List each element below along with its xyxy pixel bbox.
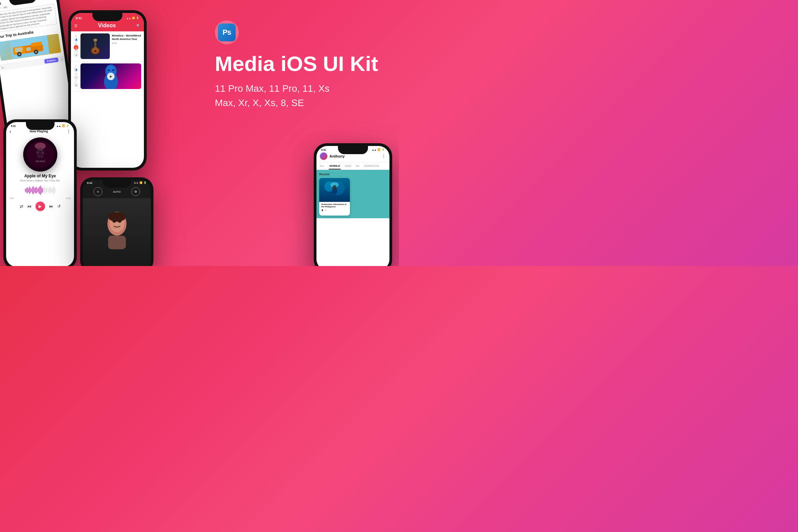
auto-label: AUTO	[113, 190, 121, 193]
phone-portfolio-notch	[338, 146, 368, 154]
time-display: 2:04 5:18	[6, 197, 74, 200]
dark-status-icons: ▲▲ 📶 🔋	[134, 181, 147, 184]
phone-dark-screen: 9:41 ▲▲ 📶 🔋 ∨ AUTO ⚙	[83, 180, 151, 266]
video-stats-2: 2 👤 44 ♡ 9 ↗	[74, 63, 78, 89]
artist-name: Rick Ross | Rather You Than Me	[6, 179, 74, 182]
videos-screen-title: Videos	[98, 23, 116, 29]
svg-point-22	[112, 69, 115, 71]
van-illustration	[10, 35, 50, 59]
next-icon[interactable]: ⏭	[49, 204, 53, 209]
portfolio-tabs: ALL MOBILE WEB 3D ANIMATION	[316, 162, 389, 170]
music-controls: ⇄ ⏮ ▶ ⏭ ↺	[6, 202, 74, 213]
search-icon[interactable]: 🔍	[136, 24, 141, 28]
edit-tag[interactable]: edit	[2, 5, 9, 9]
tab-3d[interactable]: 3D	[355, 162, 360, 169]
phone-videos-notch	[92, 13, 122, 21]
phone-music-notch	[26, 122, 55, 130]
repeat-icon[interactable]: ↺	[57, 204, 61, 209]
menu-icon[interactable]: ☰	[74, 24, 77, 28]
phone-portfolio: 9:41 ▲▲ 📶 🔋 Anthony ⋮ ALL MOBILE WEB 3D …	[314, 143, 392, 266]
share2-icon[interactable]: ↗	[74, 83, 78, 87]
recent-label: Recent	[319, 173, 387, 176]
svg-rect-8	[26, 47, 31, 51]
tab-web[interactable]: WEB	[344, 162, 352, 169]
user-name: Anthony	[329, 154, 345, 158]
phone-dark-notch	[103, 180, 131, 188]
fire-icon[interactable]: 🔥	[74, 45, 78, 50]
song-title: Apple of My Eye	[6, 174, 74, 178]
portfolio-card[interactable]: Underwater Adventures in the Philippines…	[319, 178, 350, 216]
svg-point-21	[107, 69, 110, 71]
publish-button[interactable]: Publish	[44, 57, 59, 64]
svg-point-32	[36, 148, 44, 158]
face-area	[83, 198, 151, 260]
shuffle-icon[interactable]: ⇄	[20, 204, 23, 209]
video-thumb-2[interactable]: ▶	[80, 63, 141, 89]
photoshop-icon: Ps	[218, 24, 236, 41]
phone-music-screen: 9:41 ▲▲ 📶 🔋 ‹ Now Playing ⋮ YOU THAN ME …	[6, 122, 74, 266]
face-svg	[100, 208, 134, 249]
phone-videos-screen: 9:41 ▲▲ 📶 🔋 ☰ Videos 🔍 81 👤 2K 🔥 638 ↗	[71, 13, 144, 168]
settings-icon: ⚙	[61, 58, 63, 60]
hero-subtitle-line1: 11 Pro Max, 11 Pro, 11, Xs Max, Xr, X, X…	[215, 82, 379, 110]
guitar-background	[80, 33, 110, 59]
tab-mobile[interactable]: MOBILE	[329, 162, 341, 169]
album-art: YOU THAN ME RICK ROSS	[23, 137, 57, 172]
like-icon-2[interactable]: 👤	[74, 68, 78, 72]
hero-title: Media iOS UI Kit	[215, 53, 379, 75]
portfolio-card-title: Underwater Adventures in the Philippines	[321, 203, 348, 208]
status-icons-videos: ▲▲ 📶 🔋	[126, 17, 139, 19]
back-icon[interactable]: ‹	[10, 129, 11, 134]
videos-header: ☰ Videos 🔍	[71, 20, 144, 31]
music-status-icons: ▲▲ 📶 🔋	[56, 124, 69, 127]
phone-dark-media: 9:41 ▲▲ 📶 🔋 ∨ AUTO ⚙	[80, 177, 153, 266]
svg-point-44	[332, 185, 337, 190]
portfolio-card-image	[319, 178, 350, 202]
phone-music: 9:41 ▲▲ 📶 🔋 ‹ Now Playing ⋮ YOU THAN ME …	[3, 119, 77, 266]
settings-icon[interactable]: ⚙	[131, 187, 140, 196]
video-stats-1: 81 👤 2K 🔥 638 ↗	[74, 33, 78, 59]
portfolio-status-icons: ▲▲ 📶 🔋	[372, 148, 385, 151]
portfolio-card-meta: 📱 ❤	[321, 209, 348, 211]
delete-tag[interactable]: delete	[0, 6, 2, 10]
like-icon[interactable]: 👤	[74, 38, 78, 42]
portfolio-user: Anthony	[320, 152, 345, 160]
album-art-svg: YOU THAN ME RICK ROSS	[23, 137, 57, 172]
portfolio-content: Recent	[316, 170, 389, 218]
video-item-1: 81 👤 2K 🔥 638 ↗	[71, 31, 144, 61]
video-item-2: 2 👤 44 ♡ 9 ↗ ▶	[71, 61, 144, 91]
play-pause-button[interactable]: ▶	[35, 202, 45, 211]
video-thumb-1[interactable]	[80, 33, 110, 59]
more-icon[interactable]: ⋮	[66, 129, 71, 134]
like2-icon[interactable]: ♡	[74, 75, 78, 80]
phone-videos: 9:41 ▲▲ 📶 🔋 ☰ Videos 🔍 81 👤 2K 🔥 638 ↗	[68, 10, 147, 171]
share-icon[interactable]: ↗	[74, 53, 78, 57]
svg-text:RICK ROSS: RICK ROSS	[35, 160, 45, 162]
portfolio-card-text: Underwater Adventures in the Philippines…	[319, 202, 350, 212]
ps-icon-wrapper: Ps	[215, 20, 239, 44]
waveform	[6, 185, 74, 196]
play-button-2[interactable]: ▶	[107, 73, 115, 80]
guitar-svg	[89, 37, 101, 56]
chevron-down-icon[interactable]: ∨	[93, 187, 102, 196]
svg-point-37	[108, 212, 126, 222]
tab-animation[interactable]: ANIMATION	[364, 162, 380, 169]
attachment-icon: 📎	[1, 66, 4, 69]
user-avatar	[320, 152, 327, 160]
phone-portfolio-screen: 9:41 ▲▲ 📶 🔋 Anthony ⋮ ALL MOBILE WEB 3D …	[316, 146, 389, 266]
svg-rect-38	[108, 236, 126, 249]
tab-all[interactable]: ALL	[319, 162, 325, 169]
hero-section: Ps Media iOS UI Kit 11 Pro Max, 11 Pro, …	[215, 20, 379, 110]
prev-icon[interactable]: ⏮	[27, 204, 31, 209]
underwater-svg	[319, 178, 350, 202]
video-info-1: Metallica - WorldWired North America Tou…	[112, 33, 141, 59]
more-options-icon[interactable]: ⋮	[381, 153, 386, 159]
